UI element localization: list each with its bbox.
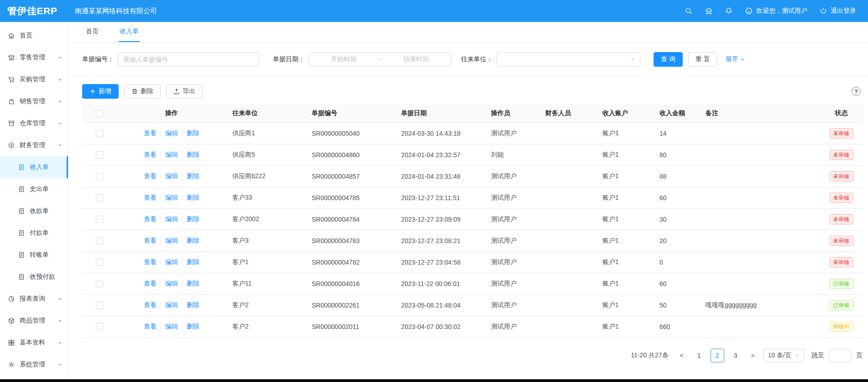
gear-icon [8,361,15,368]
sidebar-item-transfer-bill[interactable]: 转账单 [0,244,68,266]
edit-link[interactable]: 编辑 [165,323,178,330]
sidebar-item-sales[interactable]: 销售管理 [0,90,68,112]
sidebar-item-expense-bill[interactable]: 支出单 [0,178,68,200]
row-checkbox[interactable] [96,130,103,137]
view-link[interactable]: 查看 [144,301,157,308]
view-link[interactable]: 查看 [144,151,157,158]
operator-cell: 测试用户 [486,294,540,316]
amount-cell: 20 [654,230,700,251]
amount-cell: 14 [654,122,700,144]
row-checkbox[interactable] [96,302,103,309]
finance-staff-cell [540,187,597,208]
delete-link[interactable]: 删除 [187,129,199,137]
edit-link[interactable]: 编辑 [165,194,178,201]
building-icon[interactable] [705,7,713,15]
delete-link[interactable]: 删除 [187,215,199,223]
sidebar-item-goods[interactable]: 商品管理 [0,310,68,332]
sidebar-item-finance[interactable]: 财务管理 [0,134,68,156]
bill-no-input[interactable] [118,52,259,67]
delete-link[interactable]: 删除 [187,280,199,287]
sidebar-item-retail[interactable]: 零售管理 [0,47,68,69]
remark-cell [700,208,819,230]
row-checkbox[interactable] [96,151,103,159]
select-all-checkbox[interactable] [96,110,103,117]
bill-date-cell: 2023-12-27 23:08:21 [396,230,486,251]
action-divider [161,130,161,136]
edit-link[interactable]: 编辑 [165,215,178,223]
page-2-button[interactable]: 2 [711,349,724,362]
tab-home[interactable]: 首页 [85,22,99,42]
view-link[interactable]: 查看 [144,194,157,201]
doc-icon [18,164,25,171]
sidebar-item-purchase[interactable]: 采购管理 [0,69,68,90]
row-checkbox[interactable] [96,173,103,180]
view-link[interactable]: 查看 [144,323,157,330]
help-icon[interactable]: ? [852,87,861,96]
view-link[interactable]: 查看 [144,215,157,223]
row-checkbox[interactable] [96,280,103,287]
export-button[interactable]: 导出 [166,84,203,99]
row-checkbox[interactable] [96,194,103,202]
row-checkbox[interactable] [96,259,103,266]
view-link[interactable]: 查看 [144,172,157,180]
partner-select[interactable] [497,52,640,67]
sidebar-item-home[interactable]: 首页 [0,25,68,47]
status-badge: 已审核 [830,300,853,310]
chevron-down-icon [58,362,63,367]
tab-income-bill[interactable]: 收入单 [119,22,140,42]
edit-link[interactable]: 编辑 [165,129,178,137]
row-checkbox[interactable] [96,323,103,330]
page-3-button[interactable]: 3 [729,349,743,362]
view-link[interactable]: 查看 [144,280,157,287]
delete-link[interactable]: 删除 [187,258,199,265]
table-row: 查看编辑删除 客户3 SR00000004783 2023-12-27 23:0… [82,230,863,251]
edit-link[interactable]: 编辑 [165,258,178,265]
app-logo[interactable]: 管伊佳ERP [0,5,68,17]
sidebar-item-system[interactable]: 系统管理 [0,354,68,376]
delete-link[interactable]: 删除 [187,194,199,201]
search-button[interactable]: 查 询 [654,52,683,67]
row-checkbox[interactable] [96,237,103,244]
reset-button[interactable]: 重 置 [688,52,717,67]
view-link[interactable]: 查看 [144,258,157,265]
sidebar-item-warehouse[interactable]: 仓库管理 [0,112,68,134]
action-divider [182,324,183,329]
edit-link[interactable]: 编辑 [165,237,178,244]
sidebar-item-income-bill[interactable]: 收入单 [0,156,68,178]
action-divider [182,152,183,158]
view-link[interactable]: 查看 [144,237,157,244]
next-page-button[interactable]: > [747,349,759,362]
delete-link[interactable]: 删除 [187,301,199,308]
delete-link[interactable]: 删除 [187,172,199,180]
delete-button[interactable]: 删除 [124,84,161,99]
edit-link[interactable]: 编辑 [165,280,178,287]
bell-icon[interactable] [725,7,733,15]
action-divider [161,216,161,222]
logout-button[interactable]: 退出登录 [819,7,856,15]
search-icon[interactable] [685,7,693,15]
row-checkbox[interactable] [96,216,103,223]
view-link[interactable]: 查看 [144,129,157,137]
edit-link[interactable]: 编辑 [165,151,178,158]
table-body: 查看编辑删除 供应商1 SR00000005040 2024-03-30 14:… [82,122,863,337]
bill-date-cell: 2024-01-04 23:32:57 [396,144,486,165]
sidebar-item-receipt-bill[interactable]: 收款单 [0,200,68,222]
sidebar-item-advance-payment[interactable]: 收预付款 [0,266,68,288]
sidebar-item-basic-data[interactable]: 基本资料 [0,332,68,354]
user-welcome[interactable]: 欢迎您，测试用户 [745,7,807,15]
page-size-select[interactable]: 10 条/页 [763,349,804,362]
delete-link[interactable]: 删除 [187,237,199,244]
delete-link[interactable]: 删除 [187,151,199,158]
edit-link[interactable]: 编辑 [165,172,178,180]
edit-link[interactable]: 编辑 [165,301,178,308]
page-1-button[interactable]: 1 [692,349,706,362]
add-button[interactable]: 新增 [82,84,119,99]
prev-page-button[interactable]: < [676,349,688,362]
sidebar-item-reports[interactable]: 报表查询 [0,288,68,310]
jump-page-input[interactable] [829,349,852,362]
expand-link[interactable]: 展开 [726,55,745,64]
date-range-picker[interactable]: 开始时间 ~ 结束时间 [309,52,451,67]
add-button-label: 新增 [99,87,111,96]
delete-link[interactable]: 删除 [187,323,199,330]
sidebar-item-payment-bill[interactable]: 付款单 [0,222,68,244]
